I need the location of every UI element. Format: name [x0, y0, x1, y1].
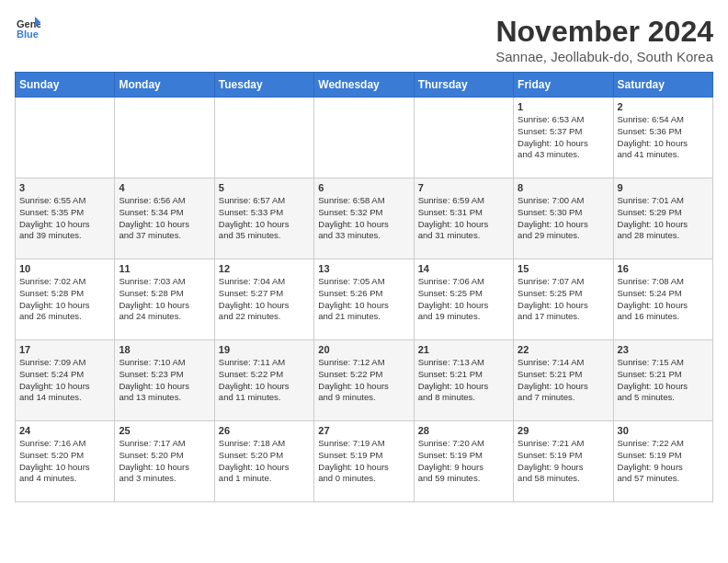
day-info: Sunrise: 6:53 AM Sunset: 5:37 PM Dayligh… — [518, 114, 609, 161]
day-number: 5 — [219, 182, 310, 193]
day-info: Sunrise: 7:07 AM Sunset: 5:25 PM Dayligh… — [518, 276, 609, 323]
calendar-cell: 24Sunrise: 7:16 AM Sunset: 5:20 PM Dayli… — [16, 421, 115, 502]
calendar-cell — [115, 98, 214, 178]
calendar-week-row: 17Sunrise: 7:09 AM Sunset: 5:24 PM Dayli… — [16, 340, 713, 421]
calendar-cell: 7Sunrise: 6:59 AM Sunset: 5:31 PM Daylig… — [414, 178, 513, 259]
day-info: Sunrise: 6:57 AM Sunset: 5:33 PM Dayligh… — [219, 195, 310, 242]
title-block: November 2024 Sannae, Jeollabuk-do, Sout… — [495, 15, 713, 64]
day-info: Sunrise: 7:20 AM Sunset: 5:19 PM Dayligh… — [418, 438, 509, 485]
weekday-header-wednesday: Wednesday — [314, 73, 414, 98]
day-number: 3 — [19, 182, 110, 193]
day-number: 21 — [418, 344, 509, 355]
calendar-cell: 11Sunrise: 7:03 AM Sunset: 5:28 PM Dayli… — [115, 259, 214, 340]
day-number: 17 — [19, 344, 110, 355]
day-number: 14 — [418, 263, 509, 274]
calendar-cell: 25Sunrise: 7:17 AM Sunset: 5:20 PM Dayli… — [115, 421, 214, 502]
day-info: Sunrise: 7:04 AM Sunset: 5:27 PM Dayligh… — [219, 276, 310, 323]
day-number: 13 — [318, 263, 409, 274]
day-info: Sunrise: 6:59 AM Sunset: 5:31 PM Dayligh… — [418, 195, 509, 242]
month-title: November 2024 — [495, 15, 713, 49]
day-number: 26 — [219, 425, 310, 436]
day-info: Sunrise: 7:16 AM Sunset: 5:20 PM Dayligh… — [19, 438, 110, 485]
calendar-cell: 17Sunrise: 7:09 AM Sunset: 5:24 PM Dayli… — [16, 340, 115, 421]
calendar-cell — [314, 98, 414, 178]
calendar-cell: 18Sunrise: 7:10 AM Sunset: 5:23 PM Dayli… — [115, 340, 214, 421]
day-info: Sunrise: 7:18 AM Sunset: 5:20 PM Dayligh… — [219, 438, 310, 485]
calendar-cell: 21Sunrise: 7:13 AM Sunset: 5:21 PM Dayli… — [414, 340, 513, 421]
calendar-cell: 12Sunrise: 7:04 AM Sunset: 5:27 PM Dayli… — [214, 259, 313, 340]
calendar-cell: 1Sunrise: 6:53 AM Sunset: 5:37 PM Daylig… — [514, 98, 613, 178]
calendar-cell — [214, 98, 313, 178]
calendar-week-row: 10Sunrise: 7:02 AM Sunset: 5:28 PM Dayli… — [16, 259, 713, 340]
calendar-cell — [16, 98, 115, 178]
weekday-header-friday: Friday — [514, 73, 613, 98]
calendar-cell: 29Sunrise: 7:21 AM Sunset: 5:19 PM Dayli… — [514, 421, 613, 502]
day-info: Sunrise: 7:22 AM Sunset: 5:19 PM Dayligh… — [618, 438, 709, 485]
calendar-cell — [414, 98, 513, 178]
weekday-header-thursday: Thursday — [414, 73, 513, 98]
calendar-cell: 26Sunrise: 7:18 AM Sunset: 5:20 PM Dayli… — [214, 421, 313, 502]
logo: General Blue — [15, 15, 40, 40]
calendar-cell: 6Sunrise: 6:58 AM Sunset: 5:32 PM Daylig… — [314, 178, 414, 259]
day-info: Sunrise: 7:01 AM Sunset: 5:29 PM Dayligh… — [618, 195, 709, 242]
day-number: 24 — [19, 425, 110, 436]
day-info: Sunrise: 7:12 AM Sunset: 5:22 PM Dayligh… — [318, 357, 409, 404]
day-info: Sunrise: 7:05 AM Sunset: 5:26 PM Dayligh… — [318, 276, 409, 323]
day-number: 4 — [119, 182, 210, 193]
day-info: Sunrise: 7:21 AM Sunset: 5:19 PM Dayligh… — [518, 438, 609, 485]
calendar-cell: 2Sunrise: 6:54 AM Sunset: 5:36 PM Daylig… — [613, 98, 712, 178]
day-info: Sunrise: 7:15 AM Sunset: 5:21 PM Dayligh… — [618, 357, 709, 404]
calendar-cell: 20Sunrise: 7:12 AM Sunset: 5:22 PM Dayli… — [314, 340, 414, 421]
day-info: Sunrise: 6:58 AM Sunset: 5:32 PM Dayligh… — [318, 195, 409, 242]
weekday-header-monday: Monday — [115, 73, 214, 98]
day-info: Sunrise: 6:55 AM Sunset: 5:35 PM Dayligh… — [19, 195, 110, 242]
day-number: 10 — [19, 263, 110, 274]
day-number: 12 — [219, 263, 310, 274]
calendar-cell: 15Sunrise: 7:07 AM Sunset: 5:25 PM Dayli… — [514, 259, 613, 340]
calendar-week-row: 3Sunrise: 6:55 AM Sunset: 5:35 PM Daylig… — [16, 178, 713, 259]
weekday-header-tuesday: Tuesday — [214, 73, 313, 98]
day-info: Sunrise: 7:11 AM Sunset: 5:22 PM Dayligh… — [219, 357, 310, 404]
calendar-cell: 9Sunrise: 7:01 AM Sunset: 5:29 PM Daylig… — [613, 178, 712, 259]
day-number: 22 — [518, 344, 609, 355]
day-number: 29 — [518, 425, 609, 436]
calendar-cell: 19Sunrise: 7:11 AM Sunset: 5:22 PM Dayli… — [214, 340, 313, 421]
calendar-cell: 5Sunrise: 6:57 AM Sunset: 5:33 PM Daylig… — [214, 178, 313, 259]
day-info: Sunrise: 7:09 AM Sunset: 5:24 PM Dayligh… — [19, 357, 110, 404]
day-info: Sunrise: 7:10 AM Sunset: 5:23 PM Dayligh… — [119, 357, 210, 404]
day-number: 16 — [618, 263, 709, 274]
day-info: Sunrise: 6:54 AM Sunset: 5:36 PM Dayligh… — [618, 114, 709, 161]
day-number: 19 — [219, 344, 310, 355]
day-info: Sunrise: 7:17 AM Sunset: 5:20 PM Dayligh… — [119, 438, 210, 485]
day-number: 9 — [618, 182, 709, 193]
day-number: 20 — [318, 344, 409, 355]
calendar-cell: 8Sunrise: 7:00 AM Sunset: 5:30 PM Daylig… — [514, 178, 613, 259]
day-number: 8 — [518, 182, 609, 193]
calendar-week-row: 1Sunrise: 6:53 AM Sunset: 5:37 PM Daylig… — [16, 98, 713, 178]
calendar-cell: 30Sunrise: 7:22 AM Sunset: 5:19 PM Dayli… — [613, 421, 712, 502]
day-info: Sunrise: 7:02 AM Sunset: 5:28 PM Dayligh… — [19, 276, 110, 323]
day-info: Sunrise: 7:03 AM Sunset: 5:28 PM Dayligh… — [119, 276, 210, 323]
day-number: 23 — [618, 344, 709, 355]
calendar-cell: 16Sunrise: 7:08 AM Sunset: 5:24 PM Dayli… — [613, 259, 712, 340]
calendar-cell: 4Sunrise: 6:56 AM Sunset: 5:34 PM Daylig… — [115, 178, 214, 259]
day-info: Sunrise: 7:08 AM Sunset: 5:24 PM Dayligh… — [618, 276, 709, 323]
page-header: General Blue November 2024 Sannae, Jeoll… — [15, 15, 713, 64]
day-number: 18 — [119, 344, 210, 355]
calendar-week-row: 24Sunrise: 7:16 AM Sunset: 5:20 PM Dayli… — [16, 421, 713, 502]
day-info: Sunrise: 7:13 AM Sunset: 5:21 PM Dayligh… — [418, 357, 509, 404]
calendar-cell: 14Sunrise: 7:06 AM Sunset: 5:25 PM Dayli… — [414, 259, 513, 340]
calendar-cell: 13Sunrise: 7:05 AM Sunset: 5:26 PM Dayli… — [314, 259, 414, 340]
calendar-cell: 28Sunrise: 7:20 AM Sunset: 5:19 PM Dayli… — [414, 421, 513, 502]
weekday-header-sunday: Sunday — [16, 73, 115, 98]
day-info: Sunrise: 6:56 AM Sunset: 5:34 PM Dayligh… — [119, 195, 210, 242]
day-number: 25 — [119, 425, 210, 436]
day-number: 30 — [618, 425, 709, 436]
day-number: 11 — [119, 263, 210, 274]
day-number: 7 — [418, 182, 509, 193]
calendar-table: SundayMondayTuesdayWednesdayThursdayFrid… — [15, 72, 713, 502]
weekday-header-row: SundayMondayTuesdayWednesdayThursdayFrid… — [16, 73, 713, 98]
day-info: Sunrise: 7:00 AM Sunset: 5:30 PM Dayligh… — [518, 195, 609, 242]
day-number: 2 — [618, 101, 709, 112]
svg-text:Blue: Blue — [17, 29, 39, 40]
